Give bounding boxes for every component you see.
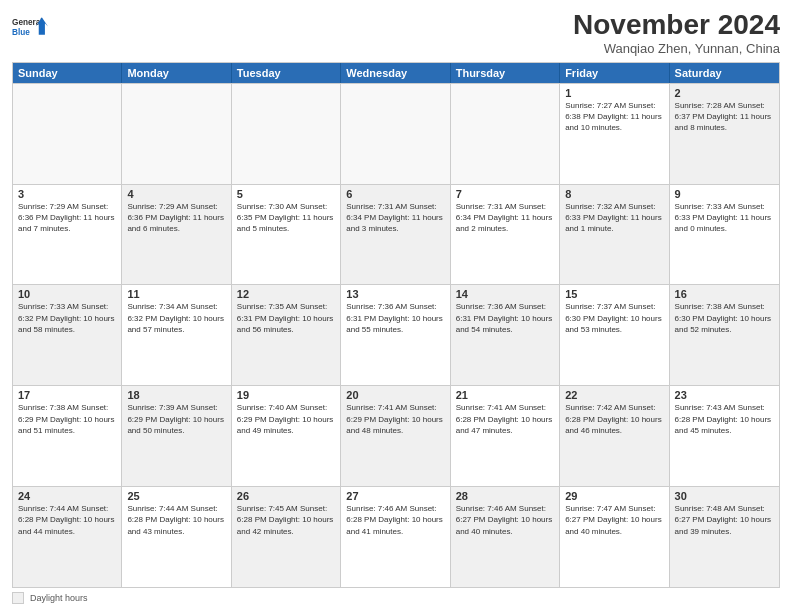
day-info: Sunrise: 7:33 AM Sunset: 6:33 PM Dayligh… (675, 201, 774, 235)
day-info: Sunrise: 7:38 AM Sunset: 6:29 PM Dayligh… (18, 402, 116, 436)
day-info: Sunrise: 7:42 AM Sunset: 6:28 PM Dayligh… (565, 402, 663, 436)
day-number: 27 (346, 490, 444, 502)
table-row: 16Sunrise: 7:38 AM Sunset: 6:30 PM Dayli… (670, 285, 779, 385)
day-number: 13 (346, 288, 444, 300)
header-day-tuesday: Tuesday (232, 63, 341, 83)
table-row: 7Sunrise: 7:31 AM Sunset: 6:34 PM Daylig… (451, 185, 560, 285)
header-day-saturday: Saturday (670, 63, 779, 83)
day-number: 23 (675, 389, 774, 401)
table-row: 29Sunrise: 7:47 AM Sunset: 6:27 PM Dayli… (560, 487, 669, 587)
day-number: 26 (237, 490, 335, 502)
day-number: 12 (237, 288, 335, 300)
table-row: 1Sunrise: 7:27 AM Sunset: 6:38 PM Daylig… (560, 84, 669, 184)
table-row: 17Sunrise: 7:38 AM Sunset: 6:29 PM Dayli… (13, 386, 122, 486)
legend-label: Daylight hours (30, 593, 88, 603)
day-info: Sunrise: 7:44 AM Sunset: 6:28 PM Dayligh… (18, 503, 116, 537)
day-info: Sunrise: 7:38 AM Sunset: 6:30 PM Dayligh… (675, 301, 774, 335)
table-row (122, 84, 231, 184)
week-row-2: 3Sunrise: 7:29 AM Sunset: 6:36 PM Daylig… (13, 184, 779, 285)
table-row: 14Sunrise: 7:36 AM Sunset: 6:31 PM Dayli… (451, 285, 560, 385)
day-info: Sunrise: 7:36 AM Sunset: 6:31 PM Dayligh… (346, 301, 444, 335)
week-row-1: 1Sunrise: 7:27 AM Sunset: 6:38 PM Daylig… (13, 83, 779, 184)
day-number: 29 (565, 490, 663, 502)
table-row: 10Sunrise: 7:33 AM Sunset: 6:32 PM Dayli… (13, 285, 122, 385)
location: Wanqiao Zhen, Yunnan, China (573, 41, 780, 56)
day-number: 18 (127, 389, 225, 401)
day-number: 20 (346, 389, 444, 401)
day-number: 19 (237, 389, 335, 401)
day-number: 25 (127, 490, 225, 502)
table-row: 18Sunrise: 7:39 AM Sunset: 6:29 PM Dayli… (122, 386, 231, 486)
day-info: Sunrise: 7:33 AM Sunset: 6:32 PM Dayligh… (18, 301, 116, 335)
week-row-3: 10Sunrise: 7:33 AM Sunset: 6:32 PM Dayli… (13, 284, 779, 385)
day-number: 21 (456, 389, 554, 401)
day-number: 2 (675, 87, 774, 99)
day-info: Sunrise: 7:41 AM Sunset: 6:29 PM Dayligh… (346, 402, 444, 436)
table-row: 15Sunrise: 7:37 AM Sunset: 6:30 PM Dayli… (560, 285, 669, 385)
day-info: Sunrise: 7:46 AM Sunset: 6:27 PM Dayligh… (456, 503, 554, 537)
day-info: Sunrise: 7:34 AM Sunset: 6:32 PM Dayligh… (127, 301, 225, 335)
day-info: Sunrise: 7:30 AM Sunset: 6:35 PM Dayligh… (237, 201, 335, 235)
svg-text:Blue: Blue (12, 28, 30, 37)
day-info: Sunrise: 7:36 AM Sunset: 6:31 PM Dayligh… (456, 301, 554, 335)
header: General Blue November 2024 Wanqiao Zhen,… (12, 10, 780, 56)
day-info: Sunrise: 7:41 AM Sunset: 6:28 PM Dayligh… (456, 402, 554, 436)
day-number: 14 (456, 288, 554, 300)
logo: General Blue (12, 10, 48, 46)
table-row: 20Sunrise: 7:41 AM Sunset: 6:29 PM Dayli… (341, 386, 450, 486)
calendar-body: 1Sunrise: 7:27 AM Sunset: 6:38 PM Daylig… (13, 83, 779, 587)
day-info: Sunrise: 7:29 AM Sunset: 6:36 PM Dayligh… (127, 201, 225, 235)
logo-svg: General Blue (12, 10, 48, 46)
day-number: 16 (675, 288, 774, 300)
table-row: 23Sunrise: 7:43 AM Sunset: 6:28 PM Dayli… (670, 386, 779, 486)
day-info: Sunrise: 7:45 AM Sunset: 6:28 PM Dayligh… (237, 503, 335, 537)
day-number: 17 (18, 389, 116, 401)
title-block: November 2024 Wanqiao Zhen, Yunnan, Chin… (573, 10, 780, 56)
day-info: Sunrise: 7:29 AM Sunset: 6:36 PM Dayligh… (18, 201, 116, 235)
table-row: 28Sunrise: 7:46 AM Sunset: 6:27 PM Dayli… (451, 487, 560, 587)
table-row: 22Sunrise: 7:42 AM Sunset: 6:28 PM Dayli… (560, 386, 669, 486)
table-row: 21Sunrise: 7:41 AM Sunset: 6:28 PM Dayli… (451, 386, 560, 486)
day-number: 28 (456, 490, 554, 502)
day-info: Sunrise: 7:37 AM Sunset: 6:30 PM Dayligh… (565, 301, 663, 335)
table-row: 25Sunrise: 7:44 AM Sunset: 6:28 PM Dayli… (122, 487, 231, 587)
day-number: 24 (18, 490, 116, 502)
table-row (232, 84, 341, 184)
day-info: Sunrise: 7:28 AM Sunset: 6:37 PM Dayligh… (675, 100, 774, 134)
week-row-5: 24Sunrise: 7:44 AM Sunset: 6:28 PM Dayli… (13, 486, 779, 587)
table-row: 13Sunrise: 7:36 AM Sunset: 6:31 PM Dayli… (341, 285, 450, 385)
day-info: Sunrise: 7:48 AM Sunset: 6:27 PM Dayligh… (675, 503, 774, 537)
header-day-thursday: Thursday (451, 63, 560, 83)
table-row: 9Sunrise: 7:33 AM Sunset: 6:33 PM Daylig… (670, 185, 779, 285)
table-row: 3Sunrise: 7:29 AM Sunset: 6:36 PM Daylig… (13, 185, 122, 285)
table-row (341, 84, 450, 184)
day-info: Sunrise: 7:32 AM Sunset: 6:33 PM Dayligh… (565, 201, 663, 235)
day-number: 5 (237, 188, 335, 200)
day-info: Sunrise: 7:31 AM Sunset: 6:34 PM Dayligh… (346, 201, 444, 235)
calendar: SundayMondayTuesdayWednesdayThursdayFrid… (12, 62, 780, 588)
legend-box (12, 592, 24, 604)
day-number: 8 (565, 188, 663, 200)
table-row: 11Sunrise: 7:34 AM Sunset: 6:32 PM Dayli… (122, 285, 231, 385)
day-info: Sunrise: 7:40 AM Sunset: 6:29 PM Dayligh… (237, 402, 335, 436)
table-row: 30Sunrise: 7:48 AM Sunset: 6:27 PM Dayli… (670, 487, 779, 587)
header-day-wednesday: Wednesday (341, 63, 450, 83)
day-info: Sunrise: 7:43 AM Sunset: 6:28 PM Dayligh… (675, 402, 774, 436)
table-row: 8Sunrise: 7:32 AM Sunset: 6:33 PM Daylig… (560, 185, 669, 285)
month-title: November 2024 (573, 10, 780, 41)
day-number: 10 (18, 288, 116, 300)
day-info: Sunrise: 7:27 AM Sunset: 6:38 PM Dayligh… (565, 100, 663, 134)
day-number: 6 (346, 188, 444, 200)
table-row (13, 84, 122, 184)
week-row-4: 17Sunrise: 7:38 AM Sunset: 6:29 PM Dayli… (13, 385, 779, 486)
table-row: 26Sunrise: 7:45 AM Sunset: 6:28 PM Dayli… (232, 487, 341, 587)
day-number: 4 (127, 188, 225, 200)
day-number: 22 (565, 389, 663, 401)
table-row: 27Sunrise: 7:46 AM Sunset: 6:28 PM Dayli… (341, 487, 450, 587)
header-day-sunday: Sunday (13, 63, 122, 83)
page: General Blue November 2024 Wanqiao Zhen,… (0, 0, 792, 612)
day-number: 3 (18, 188, 116, 200)
legend: Daylight hours (12, 592, 780, 604)
day-number: 1 (565, 87, 663, 99)
day-number: 7 (456, 188, 554, 200)
